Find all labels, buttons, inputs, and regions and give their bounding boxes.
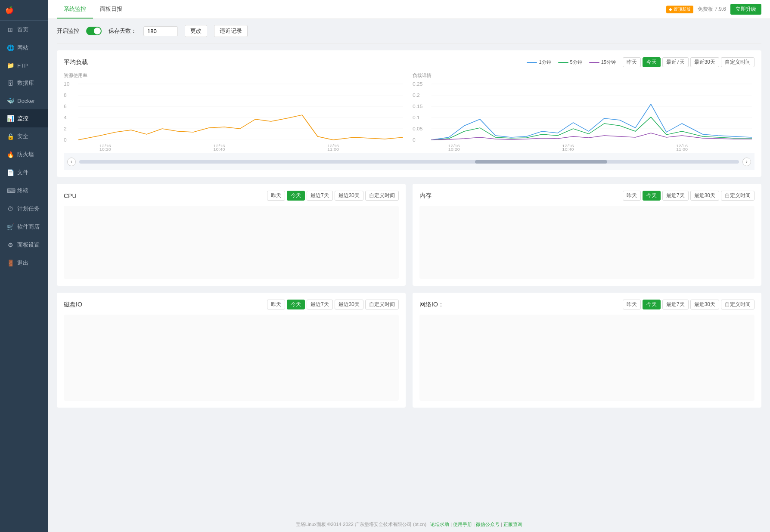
networkio-filter-custom[interactable]: 自定义时间 <box>721 300 754 309</box>
monitor-toggle-label: 开启监控 <box>57 27 79 35</box>
monitor-toggle[interactable] <box>86 27 102 35</box>
tab-panel-daily[interactable]: 面板日报 <box>93 0 129 19</box>
sidebar-item-docker[interactable]: 🐳Docker <box>0 92 48 109</box>
footer-verify-link[interactable]: 正版查询 <box>503 522 522 527</box>
cpu-title: CPU <box>64 192 77 199</box>
networkio-time-filters: 昨天 今天 最近7天 最近30天 自定义时间 <box>623 300 754 309</box>
filter-30days[interactable]: 最近30天 <box>690 57 719 67</box>
svg-text:0.15: 0.15 <box>413 104 422 109</box>
networkio-title: 网络IO： <box>419 301 444 309</box>
change-button[interactable]: 更改 <box>185 25 207 37</box>
networkio-filter-today[interactable]: 今天 <box>643 300 661 309</box>
sidebar-item-security[interactable]: 🔒安全 <box>0 127 48 145</box>
footer-forum-link[interactable]: 论坛求助 <box>430 522 449 527</box>
scrollbar-area: ‹ › <box>64 153 754 170</box>
security-icon: 🔒 <box>7 133 14 140</box>
diskio-filter-yesterday[interactable]: 昨天 <box>267 300 285 309</box>
filter-7days[interactable]: 最近7天 <box>662 57 689 67</box>
sidebar-item-cron[interactable]: ⏱计划任务 <box>0 200 48 218</box>
diskio-filter-30days[interactable]: 最近30天 <box>335 300 363 309</box>
sidebar-item-appstore[interactable]: 🛒软件商店 <box>0 218 48 236</box>
sidebar-item-monitor[interactable]: 📊监控 <box>0 109 48 127</box>
scrollbar-track[interactable] <box>79 160 739 164</box>
legend-dot-purple <box>589 62 599 63</box>
sidebar-item-database[interactable]: 🗄数据库 <box>0 74 48 92</box>
filter-custom[interactable]: 自定义时间 <box>721 57 754 67</box>
networkio-section: 网络IO： 昨天 今天 最近7天 最近30天 自定义时间 <box>413 293 761 408</box>
right-chart-area: 0.25 0.2 0.15 0.1 0.05 0 <box>413 80 754 149</box>
diskio-filter-7days[interactable]: 最近7天 <box>307 300 333 309</box>
memory-section: 内存 昨天 今天 最近7天 最近30天 自定义时间 <box>413 184 761 286</box>
filter-yesterday[interactable]: 昨天 <box>623 57 641 67</box>
svg-text:11:00: 11:00 <box>327 147 339 152</box>
sidebar-label-cron: 计划任务 <box>17 205 40 213</box>
scroll-right-arrow[interactable]: › <box>742 158 751 166</box>
cpu-filter-custom[interactable]: 自定义时间 <box>365 191 399 201</box>
networkio-filter-30days[interactable]: 最近30天 <box>690 300 719 309</box>
version-text: 免费板 7.9.6 <box>698 6 726 13</box>
svg-text:0: 0 <box>413 138 416 142</box>
chart-legend: 1分钟 5分钟 15分钟 <box>527 59 616 65</box>
sidebar-label-database: 数据库 <box>17 79 34 87</box>
sidebar-logo: 🍎 <box>0 0 48 21</box>
log-button[interactable]: 违近记录 <box>214 25 248 37</box>
memory-filter-custom[interactable]: 自定义时间 <box>721 191 754 201</box>
filter-today[interactable]: 今天 <box>643 57 661 67</box>
sidebar-item-panelsettings[interactable]: ⚙面板设置 <box>0 236 48 254</box>
scrollbar-thumb <box>475 160 607 164</box>
appstore-icon: 🛒 <box>7 223 14 230</box>
cron-icon: ⏱ <box>7 205 14 212</box>
networkio-chart-placeholder <box>419 315 754 401</box>
avg-load-title: 平均负载 <box>64 59 88 66</box>
load-detail-chart: 负载详情 0.25 0.2 0.15 0.1 0.05 0 <box>413 72 754 149</box>
cpu-filter-30days[interactable]: 最近30天 <box>335 191 363 201</box>
networkio-filter-yesterday[interactable]: 昨天 <box>623 300 641 309</box>
cpu-filter-yesterday[interactable]: 昨天 <box>267 191 285 201</box>
sidebar-label-monitor: 监控 <box>17 114 28 122</box>
legend-dot-blue <box>527 62 537 63</box>
topbar-right: ◆ 置顶新版 免费板 7.9.6 立即升级 <box>666 4 761 15</box>
memory-filter-7days[interactable]: 最近7天 <box>662 191 689 201</box>
sidebar-item-firewall[interactable]: 🔥防火墙 <box>0 145 48 164</box>
website-icon: 🌐 <box>7 44 14 51</box>
sidebar-label-panelsettings: 面板设置 <box>17 241 40 249</box>
footer-manual-link[interactable]: 使用手册 <box>453 522 472 527</box>
memory-filter-30days[interactable]: 最近30天 <box>690 191 719 201</box>
svg-text:10:20: 10:20 <box>448 147 460 152</box>
memory-chart-placeholder <box>419 206 754 279</box>
memory-filter-today[interactable]: 今天 <box>643 191 661 201</box>
memory-filter-yesterday[interactable]: 昨天 <box>623 191 641 201</box>
upgrade-button[interactable]: 立即升级 <box>730 4 761 15</box>
sidebar-item-ftp[interactable]: 📁FTP <box>0 57 48 74</box>
avg-load-header: 平均负载 1分钟 5分钟 15分钟 <box>64 57 754 67</box>
footer: 宝塔Linux面板 ©2014-2022 广东堡塔安全技术有限公司 (bt.cn… <box>48 517 770 532</box>
legend-dot-green <box>558 62 568 63</box>
sidebar-label-home: 首页 <box>17 26 28 34</box>
sidebar-item-home[interactable]: ⊞首页 <box>0 21 48 39</box>
logout-icon: 🚪 <box>7 260 14 266</box>
cpu-filter-7days[interactable]: 最近7天 <box>307 191 333 201</box>
networkio-filter-7days[interactable]: 最近7天 <box>662 300 689 309</box>
sidebar-item-terminal[interactable]: ⌨终端 <box>0 182 48 200</box>
diskio-filter-custom[interactable]: 自定义时间 <box>365 300 399 309</box>
sidebar-item-website[interactable]: 🌐网站 <box>0 39 48 57</box>
legend-1min-label: 1分钟 <box>539 59 551 65</box>
memory-header: 内存 昨天 今天 最近7天 最近30天 自定义时间 <box>419 191 754 201</box>
svg-text:10:20: 10:20 <box>99 147 112 152</box>
resource-usage-chart: 资源使用率 10 8 6 4 2 0 <box>64 72 406 149</box>
topbar: 系统监控 面板日报 ◆ 置顶新版 免费板 7.9.6 立即升级 <box>48 0 770 19</box>
svg-text:11:00: 11:00 <box>676 147 688 152</box>
monitor-icon: 📊 <box>7 115 14 122</box>
diskio-filter-today[interactable]: 今天 <box>287 300 305 309</box>
svg-text:10: 10 <box>64 82 69 87</box>
legend-5min: 5分钟 <box>558 59 582 65</box>
diskio-section: 磁盘IO 昨天 今天 最近7天 最近30天 自定义时间 <box>57 293 406 408</box>
tab-system-monitor[interactable]: 系统监控 <box>57 0 93 19</box>
cpu-filter-today[interactable]: 今天 <box>287 191 305 201</box>
scroll-left-arrow[interactable]: ‹ <box>67 158 76 166</box>
save-days-input[interactable] <box>143 26 178 36</box>
left-chart-label: 资源使用率 <box>64 72 406 79</box>
footer-wechat-link[interactable]: 微信公众号 <box>476 522 500 527</box>
sidebar-item-files[interactable]: 📄文件 <box>0 164 48 182</box>
sidebar-item-logout[interactable]: 🚪退出 <box>0 254 48 272</box>
